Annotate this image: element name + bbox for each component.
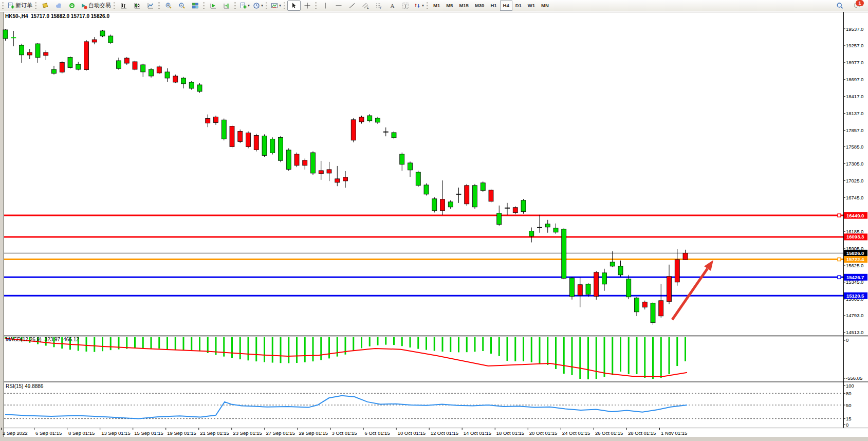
candle-chart-button[interactable] xyxy=(131,1,144,11)
svg-text:18977.0: 18977.0 xyxy=(846,60,863,65)
template-icon xyxy=(271,2,278,9)
timeframe-button-m15[interactable]: M15 xyxy=(456,1,471,11)
svg-text:19537.0: 19537.0 xyxy=(846,26,863,32)
svg-text:T: T xyxy=(404,3,407,8)
timeframe-button-w1[interactable]: W1 xyxy=(525,1,538,11)
autotrade-button[interactable]: 自动交易 xyxy=(79,1,113,11)
svg-text:0: 0 xyxy=(846,337,848,343)
periods-button[interactable]: ▾ xyxy=(251,1,265,11)
arrows-icon xyxy=(414,2,421,9)
notifications-button[interactable]: 1 xyxy=(851,1,864,11)
toolbar-grip xyxy=(284,2,285,9)
toolbar-grip xyxy=(114,2,115,9)
search-icon xyxy=(836,2,843,9)
svg-text:20 Oct 01:15: 20 Oct 01:15 xyxy=(529,430,557,436)
svg-text:15 Sep 01:15: 15 Sep 01:15 xyxy=(134,430,163,436)
chart-canvas[interactable]: 19537.019257.018977.018697.018417.018137… xyxy=(0,0,868,441)
svg-text:50: 50 xyxy=(846,402,852,408)
bar-chart-button[interactable] xyxy=(117,1,131,11)
new-order-button-label: 新订单 xyxy=(15,2,32,9)
toolbar-grip xyxy=(234,2,236,9)
text-button[interactable]: A xyxy=(385,1,399,11)
svg-text:2 Sep 2022: 2 Sep 2022 xyxy=(3,430,28,436)
svg-text:A: A xyxy=(391,3,395,9)
timeframe-button-m30[interactable]: M30 xyxy=(472,1,487,11)
hline-icon xyxy=(335,2,342,9)
svg-text:E: E xyxy=(367,6,369,9)
svg-text:6 Sep 01:15: 6 Sep 01:15 xyxy=(35,430,62,436)
svg-text:17025.0: 17025.0 xyxy=(846,178,863,183)
tile-windows-button[interactable] xyxy=(189,1,202,11)
svg-text:26 Oct 01:15: 26 Oct 01:15 xyxy=(595,430,623,436)
timeframe-button-d1[interactable]: D1 xyxy=(512,1,525,11)
toolbar-grip xyxy=(158,2,160,9)
cloud-icon xyxy=(55,2,62,9)
equidistant-channel-button[interactable]: E xyxy=(359,1,372,11)
zoom-out-button[interactable] xyxy=(175,1,189,11)
crosshair-button[interactable] xyxy=(301,1,314,11)
new-order-button[interactable]: 新订单 xyxy=(6,1,34,11)
caret-down-icon: ▾ xyxy=(279,4,281,7)
svg-text:F: F xyxy=(380,6,382,9)
trendline-button[interactable] xyxy=(345,1,359,11)
tiles-icon xyxy=(192,2,199,9)
trendline-icon xyxy=(348,2,356,9)
svg-text:8 Sep 01:15: 8 Sep 01:15 xyxy=(68,430,95,436)
fibonacci-button[interactable]: F xyxy=(372,1,385,11)
svg-text:14793.0: 14793.0 xyxy=(846,313,863,318)
toolbar-grip xyxy=(266,2,267,9)
chart-shift-button[interactable] xyxy=(220,1,233,11)
svg-text:15426.7: 15426.7 xyxy=(846,274,864,280)
svg-text:15826.0: 15826.0 xyxy=(846,250,864,256)
zoom-in-button[interactable] xyxy=(162,1,175,11)
market-widget-icon[interactable] xyxy=(39,1,52,11)
cursor-icon xyxy=(290,2,298,9)
svg-text:15625.0: 15625.0 xyxy=(846,263,863,268)
zoom-in-icon xyxy=(165,2,172,9)
svg-text:15722.4: 15722.4 xyxy=(846,256,864,262)
notification-badge: 1 xyxy=(856,0,864,6)
bars-icon xyxy=(120,2,127,9)
hline-button[interactable] xyxy=(332,1,345,11)
text-label-button[interactable]: T xyxy=(399,1,412,11)
timeframe-button-m1[interactable]: M1 xyxy=(430,1,443,11)
arrows-button[interactable]: ▾ xyxy=(412,1,426,11)
timeframe-button-h4[interactable]: H4 xyxy=(500,1,512,11)
svg-text:0: 0 xyxy=(846,422,848,428)
chart-shift-icon xyxy=(223,2,230,9)
timeframe-button-h1[interactable]: H1 xyxy=(487,1,500,11)
signals-icon[interactable] xyxy=(65,1,79,11)
mt4-window: { "toolbar": { "sections": [ {"name":"or… xyxy=(0,0,868,441)
crosshair-icon xyxy=(304,2,311,9)
search-button[interactable] xyxy=(833,1,846,11)
svg-text:21 Sep 01:15: 21 Sep 01:15 xyxy=(200,430,229,436)
svg-text:16093.3: 16093.3 xyxy=(846,234,864,240)
svg-text:1 Nov 01:15: 1 Nov 01:15 xyxy=(661,430,687,436)
svg-text:28 Oct 01:15: 28 Oct 01:15 xyxy=(628,430,656,436)
auto-scroll-button[interactable] xyxy=(207,1,220,11)
cloud-icon[interactable] xyxy=(52,1,65,11)
line-chart-button[interactable] xyxy=(144,1,157,11)
auto-scroll-icon xyxy=(210,2,217,9)
vline-button[interactable] xyxy=(319,1,332,11)
toolbar: 新订单自动交易▾▾▾EFAT▾M1M5M15M30H1H4D1W1MN1 xyxy=(0,0,868,11)
timeframe-button-mn[interactable]: MN xyxy=(538,1,552,11)
timeframe-button-m5[interactable]: M5 xyxy=(443,1,456,11)
new-chart-button[interactable]: ▾ xyxy=(238,1,251,11)
doc-plus-icon xyxy=(7,2,14,9)
svg-text:27 Sep 01:15: 27 Sep 01:15 xyxy=(266,430,295,436)
svg-text:80: 80 xyxy=(846,391,852,396)
cursor-button[interactable] xyxy=(287,1,301,11)
fibo-icon: F xyxy=(375,2,382,9)
rsi-indicator-label: RSI(15) 49.8886 xyxy=(6,383,43,389)
svg-text:17857.0: 17857.0 xyxy=(846,127,863,133)
toolbar-grip xyxy=(35,2,36,9)
clock-icon xyxy=(253,2,260,9)
signal-icon xyxy=(68,2,76,9)
svg-text:16745.0: 16745.0 xyxy=(846,195,863,200)
svg-text:18697.0: 18697.0 xyxy=(846,77,863,82)
svg-text:3 Oct 01:15: 3 Oct 01:15 xyxy=(332,430,357,436)
doc-plus-icon xyxy=(239,2,247,9)
indicators-button[interactable]: ▾ xyxy=(269,1,283,11)
caret-down-icon: ▾ xyxy=(261,4,263,7)
